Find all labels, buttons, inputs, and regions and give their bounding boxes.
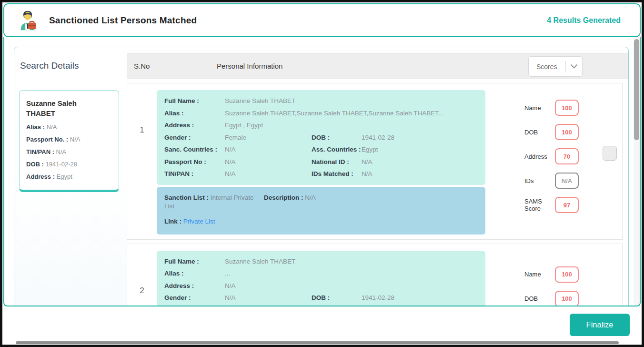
score-value-badge: 70: [555, 148, 579, 164]
finalize-button[interactable]: Finalize: [570, 314, 630, 336]
search-detail-label: DOB :: [26, 161, 45, 168]
score-row: Address70: [524, 148, 579, 164]
vertical-scrollbar[interactable]: [634, 37, 640, 306]
search-detail-line: DOB : 1941-02-28: [26, 160, 112, 168]
field-line: Passport No :N/ANational ID :N/A: [164, 156, 478, 168]
field-value: Suzanne Saleh THABET: [225, 95, 478, 107]
results-count-badge: 4 Results Generated: [547, 16, 621, 25]
sanction-info-box: Sanction List : Internal Private ListDes…: [157, 187, 485, 235]
search-detail-value: N/A: [70, 136, 80, 143]
search-details-fields: Alias : N/APassport No. : N/ATIN/PAN : N…: [26, 123, 112, 181]
row-scores: Name100DOB100Address70IDsN/ASAMS Score97: [524, 83, 579, 239]
score-label: IDs: [524, 177, 555, 184]
search-detail-label: Passport No. :: [26, 136, 70, 143]
businessman-briefcase-icon: [17, 10, 39, 31]
row-select-checkbox[interactable]: [603, 146, 617, 161]
field-line: Full Name :Suzanne Saleh THABET: [164, 255, 478, 268]
personal-info-box: Full Name :Suzanne Saleh THABETAlias :..…: [157, 251, 485, 307]
field-label: Sanc. Countries :: [164, 304, 225, 307]
field-value: N/A: [362, 156, 478, 168]
content-region: Search Details Suzanne Saleh THABET Alia…: [3, 37, 641, 306]
search-detail-label: Address :: [26, 173, 57, 180]
field-label: Address :: [164, 280, 225, 292]
field-value: N/A: [225, 304, 312, 307]
score-label: Name: [524, 104, 555, 112]
sanction-list-label: Sanction List :: [164, 194, 211, 201]
main-panel: Search Details Suzanne Saleh THABET Alia…: [14, 47, 629, 306]
results-rows: 1Full Name :Suzanne Saleh THABETAlias :S…: [127, 83, 628, 306]
field-value: Suzanne Saleh THABET: [225, 255, 478, 268]
row-scores: Name100DOB100: [524, 244, 579, 307]
field-line: Full Name :Suzanne Saleh THABET: [164, 95, 478, 107]
search-detail-value: N/A: [47, 123, 57, 131]
field-line: Sanc. Countries :N/AAss. Countries :N/A: [164, 304, 478, 307]
table-header: S.No Personal Information Scores: [127, 53, 628, 79]
row-personal-information: Full Name :Suzanne Saleh THABETAlias :Su…: [157, 83, 485, 239]
score-label: Address: [524, 153, 555, 160]
chevron-down-icon: [566, 63, 582, 70]
field-value: N/A: [225, 280, 478, 292]
field-label: DOB :: [312, 132, 362, 144]
field-value: N/A: [225, 156, 312, 168]
link-label: Link :: [164, 218, 183, 225]
score-value-badge: 100: [555, 124, 579, 140]
column-personal-information: Personal Information: [217, 62, 282, 70]
field-line: Gender :FemaleDOB :1941-02-28: [164, 132, 478, 144]
field-line: Gender :N/ADOB :1941-02-28: [164, 292, 478, 304]
app-window: Sanctioned List Persons Matched 4 Result…: [0, 0, 644, 347]
field-label: Sanc. Countries :: [164, 143, 225, 156]
page-title: Sanctioned List Persons Matched: [49, 15, 197, 26]
search-detail-line: TIN/PAN : N/A: [26, 148, 112, 156]
description-label: Description :: [264, 194, 305, 201]
score-label: Name: [524, 271, 555, 278]
results-area: S.No Personal Information Scores 1Full N…: [127, 47, 628, 306]
search-detail-value: 1941-02-28: [45, 161, 77, 168]
field-value: N/A: [225, 143, 312, 156]
private-list-link[interactable]: Private List: [183, 218, 215, 225]
field-value: N/A: [225, 168, 312, 180]
score-row: Name100: [524, 266, 579, 283]
field-value: Egypt , Egypt: [225, 119, 478, 132]
result-row: 2Full Name :Suzanne Saleh THABETAlias :.…: [127, 244, 623, 307]
score-label: SAMS Score: [524, 198, 555, 212]
field-line: Sanc. Countries :N/AAss. Countries :Egyp…: [164, 143, 478, 156]
field-label: Gender :: [164, 292, 225, 304]
row-serial-number: 1: [127, 83, 157, 239]
field-value: N/A: [362, 304, 478, 307]
link-line: Link : Private List: [164, 217, 478, 226]
column-sno: S.No: [134, 62, 217, 70]
field-label: IDs Matched :: [312, 168, 362, 180]
search-detail-value: Egypt: [57, 173, 72, 180]
search-details-sidebar: Search Details Suzanne Saleh THABET Alia…: [14, 47, 127, 306]
field-label: Ass. Countries :: [312, 304, 362, 307]
score-row: DOB100: [524, 124, 579, 140]
row-serial-number: 2: [127, 244, 157, 307]
field-label: Address :: [164, 119, 225, 132]
scores-dropdown[interactable]: Scores: [528, 56, 583, 77]
sanction-list-pair: Sanction List : Internal Private List: [164, 194, 264, 211]
score-value-badge: 100: [555, 291, 579, 307]
search-detail-line: Passport No. : N/A: [26, 135, 112, 143]
search-detail-label: TIN/PAN :: [26, 148, 56, 155]
field-line: TIN/PAN :N/AIDs Matched :N/A: [164, 168, 478, 180]
description-pair: Description : N/A: [264, 194, 316, 211]
score-value-badge: 100: [555, 100, 579, 116]
field-label: Gender :: [164, 132, 225, 144]
search-details-card: Suzanne Saleh THABET Alias : N/APassport…: [19, 90, 119, 192]
row-personal-information: Full Name :Suzanne Saleh THABETAlias :..…: [157, 244, 485, 307]
field-value: 1941-02-28: [362, 292, 478, 304]
field-label: Full Name :: [164, 95, 225, 107]
field-value: N/A: [225, 292, 312, 304]
vertical-scrollbar-thumb[interactable]: [634, 39, 639, 140]
search-detail-line: Address : Egypt: [26, 173, 112, 181]
field-line: Address :Egypt , Egypt: [164, 119, 478, 132]
score-row: Name100: [524, 100, 579, 116]
header-bar: Sanctioned List Persons Matched 4 Result…: [3, 3, 641, 37]
sanction-list-line: Sanction List : Internal Private ListDes…: [164, 194, 478, 211]
score-label: DOB: [524, 295, 555, 302]
score-row: IDsN/A: [524, 173, 579, 189]
scores-dropdown-label: Scores: [536, 63, 565, 71]
horizontal-scrollbar[interactable]: [16, 341, 619, 344]
score-value-badge: N/A: [555, 173, 579, 189]
description-value: N/A: [305, 194, 316, 201]
